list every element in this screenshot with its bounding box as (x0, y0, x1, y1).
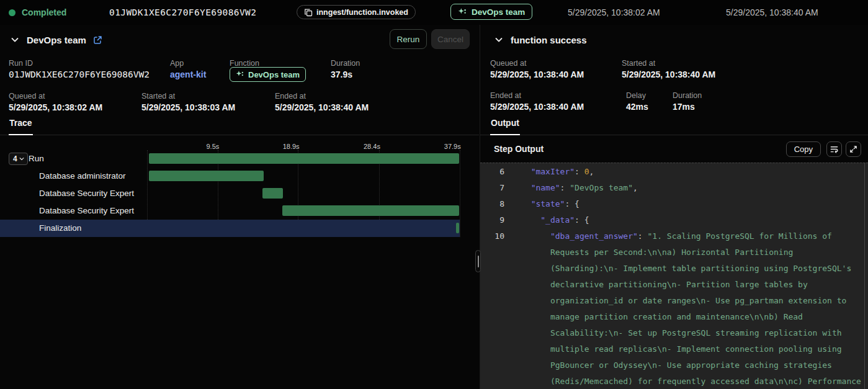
right-tabbar: Output (480, 118, 868, 135)
run-id-header: 01JWDK1XE6C270F6YE69086VW2 (109, 0, 256, 25)
expand-icon (849, 145, 857, 153)
trace-row-label: Finalization (39, 220, 81, 237)
code-line-content: "dba_agent_answer": "1. Scaling PostgreS… (521, 228, 862, 389)
span-bar[interactable] (262, 188, 283, 199)
line-number: 10 (480, 228, 504, 244)
external-link-icon (93, 35, 102, 45)
rerun-button[interactable]: Rerun (390, 29, 427, 49)
copy-button[interactable]: Copy (786, 141, 821, 157)
started-at-label: Started at (141, 92, 175, 101)
trace-row-database-security-expert[interactable]: Database Security Expert (0, 202, 460, 220)
chevron-down-icon (494, 35, 504, 45)
step-delay-value: 42ms (626, 102, 648, 112)
trace-rows: 4RunDatabase administratorDatabase Secur… (0, 150, 460, 237)
step-ended-value: 5/29/2025, 10:38:40 AM (490, 102, 584, 112)
started-at-value: 5/29/2025, 10:38:03 AM (141, 102, 235, 112)
code-line-content: "state": { (521, 196, 862, 212)
trace-row-label: Database administrator (39, 168, 126, 185)
code-line: 6"maxIter": 0, (480, 164, 868, 180)
event-icon (304, 8, 313, 17)
span-bar[interactable] (456, 223, 459, 233)
run-id-value: 01JWDK1XE6C270F6YE69086VW2 (9, 69, 150, 79)
child-count: 4 (13, 154, 17, 163)
status-label: Completed (22, 7, 66, 17)
queued-timestamp: 5/29/2025, 10:38:02 AM (568, 0, 660, 25)
axis-tick-label: 28.4s (364, 143, 380, 150)
step-output-code[interactable]: 6"maxIter": 0,7"name": "DevOps team",8"s… (480, 163, 868, 389)
collapse-run-button[interactable] (9, 34, 21, 46)
function-sparkle-icon (236, 70, 244, 79)
code-scrollbar[interactable] (864, 163, 868, 389)
status-dot-icon (9, 9, 16, 16)
tab-output[interactable]: Output (490, 118, 520, 135)
step-started-label: Started at (622, 59, 655, 68)
step-ended-label: Ended at (490, 91, 521, 100)
line-number: 7 (480, 180, 504, 196)
code-line: 9"_data": { (480, 212, 868, 228)
duration-label: Duration (331, 59, 360, 68)
function-label: Function (230, 59, 259, 68)
queued-at-label: Queued at (9, 92, 45, 101)
panel-resize-handle[interactable] (475, 250, 481, 272)
app-link[interactable]: agent-kit (170, 69, 206, 79)
function-badge[interactable]: DevOps team (450, 4, 532, 20)
trace-row-bars (147, 185, 459, 202)
axis-tick-label: 9.5s (206, 143, 219, 150)
tab-trace[interactable]: Trace (9, 118, 33, 135)
span-bar[interactable] (149, 171, 264, 181)
trace-row-finalization[interactable]: Finalization (0, 220, 460, 237)
trace-row-bars (147, 220, 459, 237)
open-run-link[interactable] (92, 34, 104, 46)
line-number: 8 (480, 196, 504, 212)
axis-tick-label: 37.9s (444, 143, 461, 150)
cancel-button[interactable]: Cancel (431, 29, 470, 49)
step-details-panel: function success Queued at 5/29/2025, 10… (480, 25, 868, 389)
word-wrap-button[interactable] (826, 141, 842, 157)
left-tabbar: Trace (0, 118, 479, 135)
step-queued-value: 5/29/2025, 10:38:40 AM (490, 69, 584, 79)
code-line-content: "_data": { (521, 212, 862, 228)
function-value-badge[interactable]: DevOps team (230, 67, 306, 82)
trace-row-bars (147, 150, 459, 168)
ended-at-value: 5/29/2025, 10:38:40 AM (275, 102, 369, 112)
ended-timestamp: 5/29/2025, 10:38:40 AM (726, 0, 818, 25)
ended-at-label: Ended at (275, 92, 306, 101)
code-line: 8"state": { (480, 196, 868, 212)
step-started-value: 5/29/2025, 10:38:40 AM (622, 69, 715, 79)
code-line: 10"dba_agent_answer": "1. Scaling Postgr… (480, 228, 868, 389)
chevron-down-icon (10, 35, 20, 45)
function-sparkle-icon (458, 7, 467, 17)
word-wrap-icon (830, 145, 839, 154)
code-line: 7"name": "DevOps team", (480, 180, 868, 196)
child-count-toggle[interactable]: 4 (9, 153, 28, 165)
collapse-step-button[interactable] (493, 34, 505, 46)
line-number: 9 (480, 212, 504, 228)
trace-row-label: Run (29, 150, 44, 168)
trace-row-database-administrator[interactable]: Database administrator (0, 168, 460, 185)
trigger-event-badge[interactable]: inngest/function.invoked (297, 5, 416, 19)
step-queued-label: Queued at (490, 59, 526, 68)
axis-tick-label: 18.9s (283, 143, 300, 150)
step-delay-label: Delay (626, 91, 646, 100)
trace-row-run[interactable]: 4Run (0, 150, 460, 168)
run-title: DevOps team (27, 35, 86, 45)
chevron-down-icon (19, 156, 25, 162)
trace-waterfall: 9.5s18.9s28.4s37.9s 4RunDatabase adminis… (0, 141, 479, 389)
trace-row-label: Database Security Expert (39, 202, 134, 220)
step-output-title: Step Output (494, 136, 544, 163)
span-bar[interactable] (149, 153, 459, 164)
run-status: Completed (9, 0, 66, 25)
event-badge-label: inngest/function.invoked (316, 8, 408, 17)
run-id-label: Run ID (9, 59, 33, 68)
trace-row-database-security-expert[interactable]: Database Security Expert (0, 185, 460, 202)
step-duration-value: 17ms (673, 102, 695, 112)
code-line-content: "maxIter": 0, (521, 164, 862, 180)
step-title: function success (511, 35, 587, 45)
trace-row-label: Database Security Expert (39, 185, 134, 202)
span-bar[interactable] (282, 205, 459, 216)
duration-value: 37.9s (331, 69, 352, 79)
expand-button[interactable] (846, 141, 861, 157)
gridline (460, 150, 460, 237)
run-header-bar: Completed 01JWDK1XE6C270F6YE69086VW2 inn… (0, 0, 868, 25)
line-number: 6 (480, 164, 504, 180)
